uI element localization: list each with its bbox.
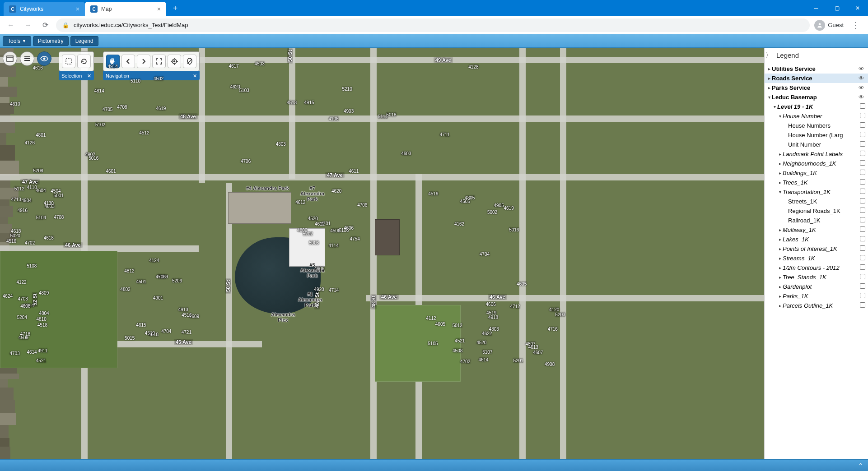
caret-icon[interactable]: ▸ <box>777 171 783 175</box>
caret-icon[interactable]: ▸ <box>777 303 783 308</box>
tab-map[interactable]: C Map × <box>85 2 166 16</box>
visibility-checkbox[interactable] <box>860 132 865 139</box>
layer-row[interactable]: ▸Parks_1K <box>765 291 868 301</box>
window-close-button[interactable]: ✕ <box>847 0 868 16</box>
layer-row[interactable]: Unit Number <box>765 140 868 149</box>
back-button[interactable]: ← <box>5 19 17 32</box>
full-extent-button[interactable] <box>152 55 166 68</box>
visibility-eye-icon[interactable]: 👁 <box>857 94 865 101</box>
layer-row[interactable]: ▸Points of Interest_1K <box>765 244 868 254</box>
visibility-checkbox[interactable] <box>860 141 865 148</box>
layer-row[interactable]: ▸1/2m Contours - 2012 <box>765 263 868 272</box>
caret-icon[interactable]: ▸ <box>766 85 772 90</box>
collapse-sidebar-button[interactable]: 〉 <box>764 50 774 61</box>
caret-icon[interactable]: ▸ <box>777 256 783 261</box>
close-icon[interactable]: × <box>157 5 161 13</box>
layer-row[interactable]: ▾Transportation_1K <box>765 187 868 197</box>
navigation-panel-title[interactable]: Navigation ✕ <box>103 71 200 80</box>
locate-button[interactable] <box>168 55 181 68</box>
visibility-checkbox[interactable] <box>860 245 865 252</box>
visibility-checkbox[interactable] <box>860 179 865 186</box>
forward-button[interactable]: → <box>22 19 34 32</box>
clear-nav-button[interactable] <box>183 55 196 68</box>
rectangle-select-button[interactable] <box>62 55 75 68</box>
clear-selection-button[interactable] <box>77 55 91 68</box>
layer-row[interactable]: Streets_1K <box>765 197 868 206</box>
caret-icon[interactable]: ▸ <box>777 161 783 166</box>
layer-row[interactable]: ▸Gardenplot <box>765 282 868 291</box>
caret-icon[interactable]: ▸ <box>777 275 783 280</box>
selection-panel-title[interactable]: Selection ✕ <box>59 71 94 80</box>
close-icon[interactable]: ✕ <box>193 73 197 79</box>
layer-row[interactable]: ▾Leduc Basemap👁 <box>765 92 868 102</box>
layer-tree[interactable]: ▸Utilities Service👁▸Roads Service👁▸Parks… <box>765 62 868 459</box>
prev-extent-button[interactable] <box>121 55 135 68</box>
caret-icon[interactable]: ▸ <box>777 284 783 289</box>
caret-icon[interactable]: ▸ <box>766 66 772 71</box>
legend-button[interactable]: Legend <box>70 36 98 46</box>
caret-icon[interactable]: ▸ <box>777 246 783 251</box>
layer-row[interactable]: ▸Tree_Stands_1K <box>765 272 868 282</box>
caret-icon[interactable]: ▸ <box>777 265 783 270</box>
visibility-checkbox[interactable] <box>860 283 865 290</box>
caret-icon[interactable]: ▸ <box>777 152 783 157</box>
layer-row[interactable]: ▸Trees_1K <box>765 178 868 187</box>
caret-icon[interactable]: ▾ <box>777 114 783 119</box>
visibility-checkbox[interactable] <box>860 264 865 271</box>
visibility-button[interactable] <box>37 51 51 66</box>
visibility-checkbox[interactable] <box>860 293 865 300</box>
visibility-checkbox[interactable] <box>860 189 865 195</box>
visibility-checkbox[interactable] <box>860 236 865 243</box>
layer-row[interactable]: ▸Lakes_1K <box>765 235 868 244</box>
layer-row[interactable]: ▸Parks Service👁 <box>765 83 868 92</box>
visibility-checkbox[interactable] <box>860 122 865 129</box>
layer-row[interactable]: ▸Multiway_1K <box>765 225 868 235</box>
caret-icon[interactable]: ▸ <box>777 294 783 299</box>
tools-menu-button[interactable]: Tools ▼ <box>3 36 31 46</box>
visibility-eye-icon[interactable]: 👁 <box>857 84 865 91</box>
close-icon[interactable]: ✕ <box>87 73 91 79</box>
layer-row[interactable]: ▸Neighbourhoods_1K <box>765 159 868 168</box>
layer-row[interactable]: ▸Buildings_1K <box>765 168 868 178</box>
visibility-checkbox[interactable] <box>860 302 865 309</box>
browser-menu-button[interactable]: ⋮ <box>848 20 863 30</box>
close-icon[interactable]: × <box>76 5 79 13</box>
caret-icon[interactable]: ▸ <box>777 180 783 185</box>
layout-button[interactable] <box>3 51 17 66</box>
visibility-checkbox[interactable] <box>860 208 865 214</box>
next-extent-button[interactable] <box>137 55 150 68</box>
reload-button[interactable]: ⟳ <box>39 19 51 32</box>
layer-row[interactable]: ▾Level 19 - 1K <box>765 102 868 111</box>
layer-row[interactable]: ▸Streams_1K <box>765 254 868 263</box>
visibility-checkbox[interactable] <box>860 170 865 176</box>
maximize-button[interactable]: ▢ <box>826 0 847 16</box>
caret-icon[interactable]: ▸ <box>766 76 772 81</box>
pictometry-button[interactable]: Pictometry <box>33 36 69 46</box>
tab-cityworks[interactable]: C Cityworks × <box>4 2 85 16</box>
layer-row[interactable]: Railroad_1K <box>765 216 868 225</box>
layer-row[interactable]: ▸Roads Service👁 <box>765 74 868 83</box>
map-canvas[interactable]: /*blocks rendered below by JS*/ <box>0 48 764 471</box>
expand-bottom-button[interactable]: ⌃ <box>858 462 863 469</box>
url-bar[interactable]: 🔒 cityworks.leduc.ca/Cityworks_Test/Fiel… <box>56 18 810 32</box>
caret-icon[interactable]: ▸ <box>777 237 783 242</box>
caret-icon[interactable]: ▸ <box>777 227 783 232</box>
caret-icon[interactable]: ▾ <box>772 104 777 109</box>
layer-row[interactable]: ▸Utilities Service👁 <box>765 64 868 74</box>
visibility-checkbox[interactable] <box>860 255 865 262</box>
layer-row[interactable]: ▸Parcels Outline_1K <box>765 301 868 310</box>
visibility-checkbox[interactable] <box>860 103 865 110</box>
layer-row[interactable]: ▸Landmark Point Labels <box>765 149 868 159</box>
visibility-checkbox[interactable] <box>860 113 865 120</box>
layer-row[interactable]: House Number (Larg <box>765 130 868 140</box>
layer-row[interactable]: House Numbers <box>765 121 868 130</box>
layer-row[interactable]: Regional Roads_1K <box>765 206 868 216</box>
visibility-checkbox[interactable] <box>860 160 865 167</box>
visibility-eye-icon[interactable]: 👁 <box>857 75 865 82</box>
visibility-checkbox[interactable] <box>860 226 865 233</box>
caret-icon[interactable]: ▾ <box>777 189 783 194</box>
visibility-checkbox[interactable] <box>860 198 865 205</box>
minimize-button[interactable]: ─ <box>806 0 826 16</box>
new-tab-button[interactable]: + <box>169 2 182 14</box>
layer-row[interactable]: ▾House Number <box>765 111 868 121</box>
